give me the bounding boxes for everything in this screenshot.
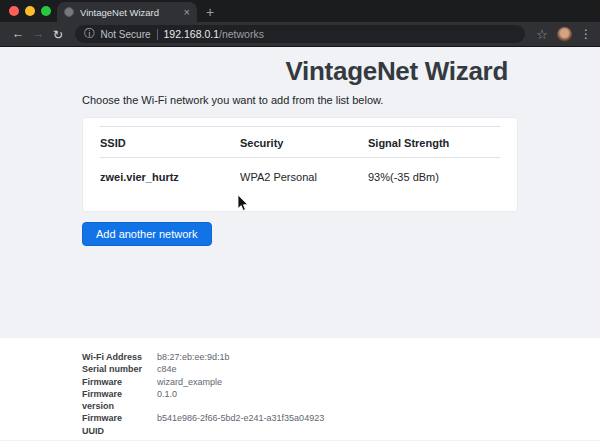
footer-row: Serial number c84e — [82, 363, 600, 375]
bookmark-star-icon[interactable]: ☆ — [536, 27, 548, 42]
globe-favicon-icon — [64, 7, 74, 17]
table-row[interactable]: zwei.vier_hurtz WPA2 Personal 93%(-35 dB… — [100, 158, 500, 196]
url-path: /networks — [219, 28, 264, 40]
footer-value-firmware: wizard_example — [157, 376, 600, 388]
footer-value-wifi-address: b8:27:eb:ee:9d:1b — [157, 351, 600, 363]
page-body: VintageNet Wizard Choose the Wi-Fi netwo… — [0, 47, 600, 440]
cell-security: WPA2 Personal — [240, 158, 368, 196]
tab-title: VintageNet Wizard — [80, 7, 178, 18]
footer-value-firmware-uuid: b541e986-2f66-5bd2-e241-a31f35a04923 — [157, 412, 600, 437]
networks-table: SSID Security Signal Strength zwei.vier_… — [100, 126, 500, 195]
cell-ssid: zwei.vier_hurtz — [100, 158, 240, 196]
browser-tabstrip: VintageNet Wizard × + — [0, 0, 600, 22]
networks-card: SSID Security Signal Strength zwei.vier_… — [82, 117, 518, 212]
column-header-security: Security — [240, 127, 368, 158]
browser-tab[interactable]: VintageNet Wizard × — [57, 2, 197, 22]
page-title: VintageNet Wizard — [82, 47, 518, 87]
menu-kebab-icon[interactable]: ⋮ — [580, 27, 592, 41]
omnibox-divider — [157, 29, 158, 40]
footer-label-firmware: Firmware — [82, 376, 144, 388]
new-tab-button[interactable]: + — [206, 3, 214, 21]
back-icon[interactable]: ← — [8, 27, 28, 41]
column-header-ssid: SSID — [100, 127, 240, 158]
footer-label-firmware-uuid: Firmware UUID — [82, 412, 144, 437]
mouse-cursor — [237, 195, 249, 213]
footer-label-wifi-address: Wi-Fi Address — [82, 351, 144, 363]
reload-icon[interactable]: ↻ — [48, 27, 68, 42]
footer-label-serial-number: Serial number — [82, 363, 144, 375]
address-bar[interactable]: ⓘ Not Secure 192.168.0.1/networks — [75, 25, 525, 43]
close-window-button[interactable] — [9, 6, 19, 16]
page-url[interactable]: 192.168.0.1/networks — [164, 28, 264, 40]
footer-row: Wi-Fi Address b8:27:eb:ee:9d:1b — [82, 351, 600, 363]
profile-avatar[interactable] — [557, 27, 572, 42]
page-subtitle: Choose the Wi-Fi network you want to add… — [82, 94, 518, 106]
browser-toolbar: ← → ↻ ⓘ Not Secure 192.168.0.1/networks … — [0, 22, 600, 47]
footer-row: Firmware UUID b541e986-2f66-5bd2-e241-a3… — [82, 412, 600, 437]
info-icon[interactable]: ⓘ — [84, 27, 95, 41]
tab-close-icon[interactable]: × — [184, 7, 190, 18]
footer-value-serial-number: c84e — [157, 363, 600, 375]
column-header-signal-strength: Signal Strength — [368, 127, 500, 158]
add-another-network-button[interactable]: Add another network — [82, 222, 212, 246]
url-host: 192.168.0.1 — [164, 28, 219, 40]
minimize-window-button[interactable] — [25, 6, 35, 16]
main-section: VintageNet Wizard Choose the Wi-Fi netwo… — [0, 47, 600, 338]
table-header-row: SSID Security Signal Strength — [100, 127, 500, 158]
security-status: Not Secure — [101, 29, 151, 40]
footer-label-firmware-version: Firmware version — [82, 388, 144, 413]
cell-signal-strength: 93%(-35 dBm) — [368, 158, 500, 196]
forward-icon[interactable]: → — [28, 27, 48, 41]
device-info-footer: Wi-Fi Address b8:27:eb:ee:9d:1b Serial n… — [0, 338, 600, 440]
window-controls — [9, 6, 51, 16]
footer-row: Firmware version 0.1.0 — [82, 388, 600, 413]
footer-row: Firmware wizard_example — [82, 376, 600, 388]
maximize-window-button[interactable] — [41, 6, 51, 16]
footer-value-firmware-version: 0.1.0 — [157, 388, 600, 413]
